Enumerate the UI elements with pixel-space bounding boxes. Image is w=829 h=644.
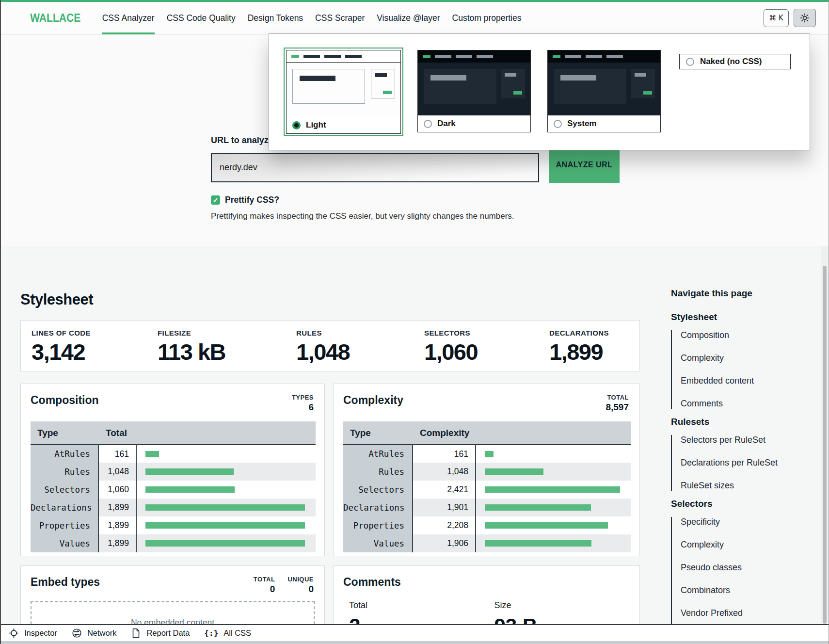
- dark-preview-header: [418, 50, 530, 63]
- bottom-toolbar: Inspector Network Report Data {:}: [1, 624, 829, 641]
- dark-radio[interactable]: [424, 120, 432, 128]
- composition-types-badge: TYPES 6: [292, 394, 314, 413]
- main-nav: CSS Analyzer CSS Code Quality Design Tok…: [102, 2, 522, 34]
- system-radio[interactable]: [554, 120, 562, 128]
- toc-link-ruleset-sizes[interactable]: RuleSet sizes: [681, 481, 802, 491]
- navbar-actions: ⌘ K: [764, 9, 816, 27]
- nav-item-css-code-quality[interactable]: CSS Code Quality: [167, 2, 236, 34]
- toc-link-stylesheet[interactable]: Stylesheet: [671, 312, 802, 322]
- complexity-table: Type Complexity AtRules161 Rules1,048 Se…: [343, 421, 631, 552]
- toc-link-vendor-prefixed[interactable]: Vendor Prefixed: [681, 608, 802, 618]
- toc-group-rulesets: Rulesets Selectors per RuleSet Declarati…: [671, 417, 802, 491]
- toc-link-complexity[interactable]: Complexity: [681, 353, 802, 363]
- toc-link-selectors[interactable]: Selectors: [671, 499, 802, 509]
- system-radio-row: System: [548, 115, 660, 132]
- nav-item-custom-properties[interactable]: Custom properties: [452, 2, 522, 34]
- scrollbar-thumb[interactable]: [823, 266, 827, 624]
- table-row: Rules1,048: [31, 463, 316, 481]
- crosshair-icon: [9, 628, 19, 638]
- embed-empty-state: No embedded content: [31, 601, 315, 624]
- composition-title: Composition: [31, 394, 99, 407]
- theme-picker-dropdown: Light Dark: [269, 33, 810, 150]
- theme-option-naked[interactable]: Naked (no CSS): [679, 54, 791, 69]
- report-section: Stylesheet LINES OF CODE 3,142 FILESIZE …: [1, 246, 829, 624]
- light-radio[interactable]: [292, 121, 301, 129]
- value-bar: [485, 504, 591, 511]
- all-css-button[interactable]: {:} All CSS: [204, 628, 251, 638]
- stylesheet-stats-panel: LINES OF CODE 3,142 FILESIZE 113 kB RULE…: [20, 320, 640, 371]
- toc-group-selectors: Selectors Specificity Complexity Pseudo …: [671, 499, 802, 624]
- embed-types-panel: Embed types TOTAL 0 UNIQUE 0 No embedded…: [20, 565, 325, 624]
- stat-declarations: DECLARATIONS 1,899: [549, 329, 609, 371]
- nav-item-css-analyzer[interactable]: CSS Analyzer: [102, 2, 155, 34]
- sun-icon: [800, 13, 810, 23]
- value-bar: [485, 468, 543, 475]
- stat-lines-of-code: LINES OF CODE 3,142: [32, 329, 158, 371]
- navbar: WALLACE CSS Analyzer CSS Code Quality De…: [1, 0, 829, 34]
- network-button[interactable]: Network: [72, 628, 117, 638]
- table-row: Properties2,208: [343, 516, 631, 534]
- toc-link-specificity[interactable]: Specificity: [681, 517, 802, 527]
- table-row: Selectors1,060: [31, 481, 316, 499]
- wallace-app: WALLACE CSS Analyzer CSS Code Quality De…: [0, 0, 829, 644]
- toc-link-selector-complexity[interactable]: Complexity: [681, 540, 802, 550]
- complexity-panel: Complexity TOTAL 8,597 Type Complexity A…: [333, 384, 640, 556]
- stat-rules: RULES 1,048: [296, 329, 424, 371]
- theme-option-dark[interactable]: Dark: [417, 50, 531, 132]
- toc-link-rulesets[interactable]: Rulesets: [671, 417, 802, 427]
- light-preview-content: [287, 63, 400, 117]
- page-toc: Navigate this page Stylesheet Compositio…: [671, 288, 802, 624]
- stat-selectors: SELECTORS 1,060: [424, 329, 549, 371]
- command-palette-button[interactable]: ⌘ K: [764, 9, 789, 27]
- nav-item-css-scraper[interactable]: CSS Scraper: [315, 2, 365, 34]
- complexity-total-badge: TOTAL 8,597: [606, 394, 629, 413]
- prettify-label: Prettify CSS?: [225, 195, 279, 205]
- table-row: Values1,906: [343, 534, 631, 552]
- url-input[interactable]: [211, 153, 539, 182]
- prettify-checkbox[interactable]: ✓: [211, 195, 220, 205]
- brand-logo[interactable]: WALLACE: [30, 11, 80, 25]
- dark-label: Dark: [437, 119, 456, 129]
- toc-link-pseudo-classes[interactable]: Pseudo classes: [681, 563, 802, 573]
- inspector-button[interactable]: Inspector: [9, 628, 57, 638]
- top-accent-bar: [1, 0, 829, 2]
- embed-types-title: Embed types: [31, 576, 100, 589]
- value-bar: [485, 522, 608, 529]
- table-row: Rules1,048: [343, 463, 631, 481]
- stat-filesize: FILESIZE 113 kB: [158, 329, 296, 371]
- light-preview-header: [287, 50, 400, 63]
- value-bar: [485, 486, 620, 493]
- table-row: Declarations1,899: [31, 499, 316, 516]
- comments-size: Size 93 B: [494, 600, 640, 624]
- comments-title: Comments: [343, 576, 401, 589]
- light-label: Light: [306, 120, 326, 130]
- complexity-title: Complexity: [343, 394, 403, 407]
- system-label: System: [567, 119, 596, 129]
- naked-label: Naked (no CSS): [700, 57, 762, 66]
- light-radio-row: Light: [287, 117, 400, 133]
- system-preview-content: [548, 63, 660, 115]
- toc-title: Navigate this page: [671, 288, 802, 299]
- value-bar: [145, 486, 235, 493]
- nav-item-design-tokens[interactable]: Design Tokens: [248, 2, 303, 34]
- composition-panel: Composition TYPES 6 Type Total AtRules16…: [20, 384, 325, 556]
- theme-option-system[interactable]: System: [547, 50, 661, 132]
- theme-option-light[interactable]: Light: [286, 50, 401, 134]
- table-row: Selectors2,421: [343, 481, 631, 499]
- value-bar: [485, 451, 494, 457]
- prettify-description: Prettifying makes inspecting the CSS eas…: [211, 211, 514, 221]
- nav-item-visualize-layer[interactable]: Visualize @layer: [377, 2, 440, 34]
- value-bar: [145, 451, 159, 457]
- theme-toggle-button[interactable]: [794, 9, 816, 27]
- naked-radio[interactable]: [686, 58, 694, 66]
- analyze-url-button[interactable]: ANALYZE URL: [549, 147, 620, 183]
- toc-link-comments[interactable]: Comments: [681, 399, 802, 409]
- toc-link-combinators[interactable]: Combinators: [681, 585, 802, 596]
- table-row: AtRules161: [31, 445, 316, 463]
- toc-link-composition[interactable]: Composition: [681, 330, 802, 340]
- toc-link-selectors-per-ruleset[interactable]: Selectors per RuleSet: [681, 435, 802, 445]
- report-data-button[interactable]: Report Data: [131, 628, 190, 638]
- toc-link-declarations-per-ruleset[interactable]: Declarations per RuleSet: [681, 458, 802, 468]
- braces-icon: {:}: [204, 628, 218, 638]
- toc-link-embedded-content[interactable]: Embedded content: [681, 376, 802, 386]
